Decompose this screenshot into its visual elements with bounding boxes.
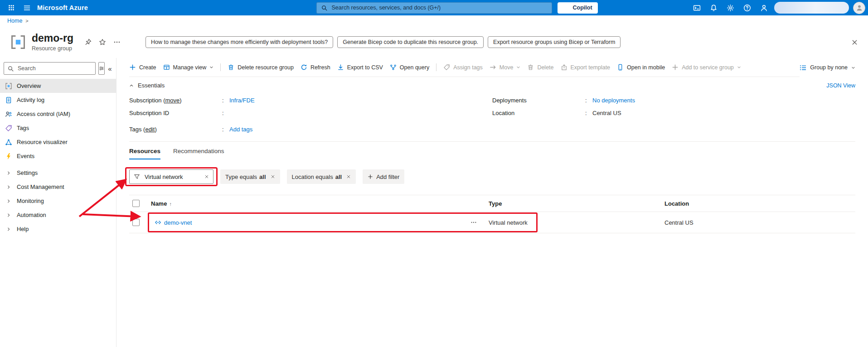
plus-icon <box>129 64 136 71</box>
chevron-down-icon <box>516 65 520 69</box>
breadcrumb-home-link[interactable]: Home <box>7 18 22 24</box>
cloud-shell-button[interactable] <box>690 0 703 15</box>
clear-filter-button[interactable] <box>204 174 209 179</box>
subscription-link[interactable]: Infra/FDE <box>229 97 255 104</box>
sidebar-item-settings[interactable]: Settings <box>0 166 116 180</box>
table-row[interactable]: demo-vnet Virtual network Central US <box>129 212 855 233</box>
resource-menu-sidebar: « Overview Activity log Access control (… <box>0 58 116 347</box>
group-by-dropdown[interactable]: Group by none <box>800 58 855 77</box>
export-template-button[interactable]: Export template <box>561 64 611 71</box>
global-search-box[interactable] <box>316 2 552 14</box>
move-link[interactable]: move <box>165 97 179 104</box>
close-blade-button[interactable] <box>851 39 858 46</box>
sidebar-item-events[interactable]: Events <box>0 149 116 163</box>
command-bar-items: Create Manage view Delete resource group <box>129 58 777 77</box>
group-by-label: Group by none <box>810 64 848 71</box>
filter-search-box[interactable] <box>129 169 213 184</box>
close-icon <box>851 39 858 46</box>
deployments-link[interactable]: No deployments <box>592 97 635 104</box>
account-avatar[interactable] <box>853 2 865 14</box>
copilot-suggestion-chip[interactable]: Export resource groups using Bicep or Te… <box>488 36 621 48</box>
chevron-right-icon <box>5 199 12 203</box>
essentials-field-deployments: Deployments : No deployments <box>492 95 855 106</box>
feedback-button[interactable] <box>757 0 770 15</box>
open-query-button[interactable]: Open query <box>390 64 429 71</box>
add-filter-button[interactable]: Add filter <box>363 169 404 184</box>
resource-name-link[interactable]: demo-vnet <box>164 219 192 226</box>
filter-search-input[interactable] <box>144 173 199 181</box>
sidebar-item-monitoring[interactable]: Monitoring <box>0 194 116 208</box>
filter-pill-location[interactable]: Location equals all <box>287 169 356 184</box>
sidebar-item-automation[interactable]: Automation <box>0 208 116 222</box>
sidebar-search-options-button[interactable] <box>98 62 105 75</box>
create-button[interactable]: Create <box>129 64 156 71</box>
sidebar-item-help[interactable]: Help <box>0 222 116 236</box>
open-in-mobile-button[interactable]: Open in mobile <box>617 64 665 71</box>
hamburger-menu-button[interactable] <box>19 0 34 15</box>
assign-tags-button[interactable]: Assign tags <box>443 64 483 71</box>
manage-view-button[interactable]: Manage view <box>163 64 214 71</box>
query-fork-icon <box>390 64 397 71</box>
chevron-right-icon <box>5 171 12 175</box>
command-bar: Create Manage view Delete resource group <box>129 58 855 77</box>
feedback-person-icon <box>760 4 768 12</box>
sidebar-item-label: Activity log <box>17 96 44 103</box>
close-icon <box>346 174 351 179</box>
annotation-box-row <box>148 212 538 232</box>
resource-group-icon <box>10 34 26 50</box>
copilot-icon <box>563 5 570 11</box>
waffle-menu-button[interactable] <box>4 0 19 15</box>
move-button[interactable]: Move <box>490 64 521 71</box>
sidebar-item-access-control[interactable]: Access control (IAM) <box>0 107 116 121</box>
collapse-sidebar-button[interactable]: « <box>107 65 112 72</box>
account-info-redacted[interactable] <box>774 2 849 14</box>
sidebar-item-resource-visualizer[interactable]: Resource visualizer <box>0 135 116 149</box>
filter-pill-type[interactable]: Type equals all <box>220 169 280 184</box>
remove-filter-button[interactable] <box>271 174 275 179</box>
copilot-button[interactable]: Copilot <box>558 2 598 14</box>
sidebar-search-input[interactable] <box>17 65 92 72</box>
trash-icon <box>527 64 534 71</box>
settings-button[interactable] <box>724 0 737 15</box>
command-divider <box>436 63 436 71</box>
copilot-suggestion-chip[interactable]: Generate Bicep code to duplicate this re… <box>337 36 484 48</box>
sidebar-search-box[interactable] <box>4 62 96 75</box>
tab-resources[interactable]: Resources <box>129 148 160 159</box>
delete-resource-group-button[interactable]: Delete resource group <box>228 64 294 71</box>
sidebar-item-cost-management[interactable]: Cost Management <box>0 180 116 194</box>
sidebar-item-tags[interactable]: Tags <box>0 121 116 135</box>
pin-icon[interactable] <box>84 39 92 46</box>
column-header-name[interactable]: Name↑ <box>151 200 172 207</box>
group-by-icon <box>800 64 806 71</box>
remove-filter-button[interactable] <box>346 174 351 179</box>
export-csv-button[interactable]: Export to CSV <box>337 64 383 71</box>
main-content: Create Manage view Delete resource group <box>116 58 868 347</box>
json-view-link[interactable]: JSON View <box>826 82 855 89</box>
column-header-type[interactable]: Type <box>489 200 502 207</box>
bell-icon <box>710 4 718 12</box>
colon: : <box>222 97 229 104</box>
favorite-star-icon[interactable] <box>99 39 106 46</box>
help-button[interactable] <box>741 0 753 15</box>
row-context-menu-button[interactable] <box>470 219 477 226</box>
copilot-suggestion-chip[interactable]: How to manage these changes more efficie… <box>145 36 333 48</box>
sidebar-item-label: Settings <box>17 169 38 176</box>
more-actions-icon[interactable] <box>113 39 121 46</box>
row-checkbox[interactable] <box>132 219 140 226</box>
add-tags-link[interactable]: Add tags <box>229 126 252 133</box>
field-label: Deployments <box>492 97 585 104</box>
tab-recommendations[interactable]: Recommendations <box>173 148 224 159</box>
delete-button[interactable]: Delete <box>527 64 553 71</box>
plus-icon <box>368 174 373 179</box>
select-all-checkbox[interactable] <box>132 200 140 207</box>
essentials-toggle[interactable]: Essentials <box>129 82 165 89</box>
colon: : <box>585 110 592 116</box>
sidebar-item-activity-log[interactable]: Activity log <box>0 93 116 107</box>
column-header-location[interactable]: Location <box>664 200 689 207</box>
add-to-service-group-button[interactable]: Add to service group <box>672 64 741 71</box>
notifications-button[interactable] <box>707 0 720 15</box>
edit-tags-link[interactable]: edit <box>145 126 155 133</box>
global-search-input[interactable] <box>331 4 547 11</box>
sidebar-item-overview[interactable]: Overview <box>0 79 116 93</box>
refresh-button[interactable]: Refresh <box>301 64 330 71</box>
